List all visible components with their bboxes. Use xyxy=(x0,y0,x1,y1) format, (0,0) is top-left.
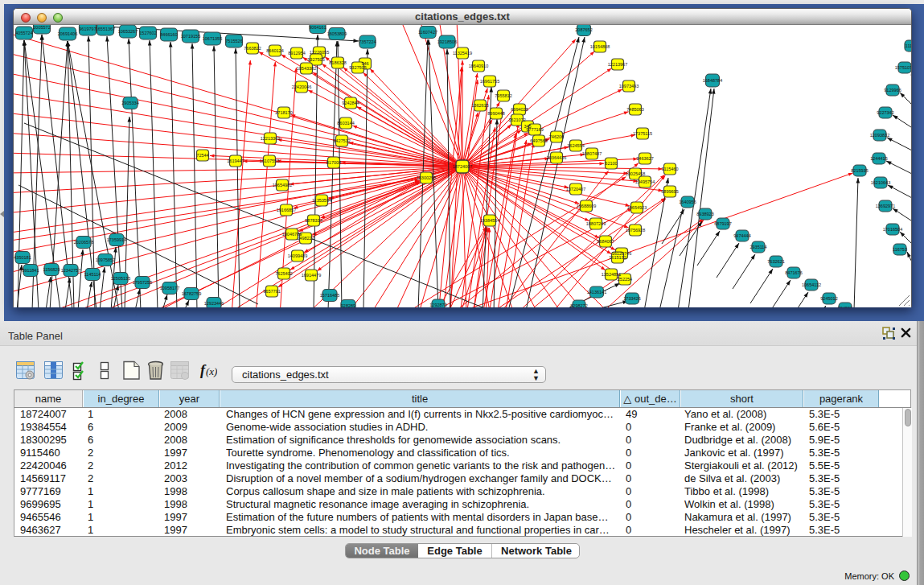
svg-text:62100: 62100 xyxy=(605,161,617,166)
svg-text:10653267: 10653267 xyxy=(118,29,138,34)
svg-text:3911841: 3911841 xyxy=(22,268,39,273)
svg-text:7625402: 7625402 xyxy=(275,271,292,276)
svg-text:18807249: 18807249 xyxy=(586,221,606,226)
svg-text:12226055: 12226055 xyxy=(310,50,329,55)
svg-text:9777169: 9777169 xyxy=(526,127,543,132)
svg-text:8298272: 8298272 xyxy=(570,303,587,307)
svg-text:15716485: 15716485 xyxy=(320,293,339,298)
svg-text:252254: 252254 xyxy=(618,277,632,282)
svg-text:19166857: 19166857 xyxy=(277,208,296,212)
svg-text:9463627: 9463627 xyxy=(636,156,653,161)
svg-text:12342757: 12342757 xyxy=(61,268,80,273)
svg-text:1640956: 1640956 xyxy=(679,200,696,204)
svg-text:17375115: 17375115 xyxy=(633,131,652,136)
svg-text:9474444: 9474444 xyxy=(733,233,750,238)
svg-text:8466160: 8466160 xyxy=(160,32,177,37)
svg-text:8912954: 8912954 xyxy=(288,51,305,56)
svg-text:1733426: 1733426 xyxy=(623,296,640,301)
svg-text:20691406: 20691406 xyxy=(58,31,77,36)
svg-text:9427512: 9427512 xyxy=(333,138,350,143)
svg-text:12093832: 12093832 xyxy=(870,133,889,138)
svg-text:928289: 928289 xyxy=(341,303,355,307)
svg-text:12213967: 12213967 xyxy=(608,62,627,67)
svg-text:13495754: 13495754 xyxy=(635,179,655,184)
svg-text:1619447: 1619447 xyxy=(227,159,244,163)
svg-text:7515526: 7515526 xyxy=(225,39,242,43)
svg-text:7632621: 7632621 xyxy=(767,259,784,264)
svg-text:10154808: 10154808 xyxy=(590,44,610,49)
svg-text:9327505: 9327505 xyxy=(349,65,366,70)
svg-text:10973493: 10973493 xyxy=(619,84,639,89)
svg-text:10807487: 10807487 xyxy=(582,151,602,156)
svg-text:817008: 817008 xyxy=(326,160,341,165)
svg-text:4055724: 4055724 xyxy=(15,31,32,35)
svg-text:16782759: 16782759 xyxy=(182,291,201,296)
svg-text:18724007: 18724007 xyxy=(453,164,472,169)
svg-text:2718170: 2718170 xyxy=(275,110,292,115)
svg-text:20206578: 20206578 xyxy=(74,240,93,245)
svg-text:11325419: 11325419 xyxy=(453,51,472,56)
svg-text:10719155: 10719155 xyxy=(181,34,200,39)
svg-text:6497568: 6497568 xyxy=(530,138,547,143)
svg-text:15751074: 15751074 xyxy=(895,65,911,70)
svg-text:10756928: 10756928 xyxy=(626,228,645,233)
svg-text:9245012: 9245012 xyxy=(820,296,837,301)
svg-text:1498222: 1498222 xyxy=(297,236,314,241)
svg-text:72544: 72544 xyxy=(196,153,208,158)
svg-text:1527602: 1527602 xyxy=(139,31,156,35)
svg-text:1156829: 1156829 xyxy=(43,267,60,272)
svg-text:5878334: 5878334 xyxy=(305,218,322,223)
svg-text:9064161: 9064161 xyxy=(309,25,326,30)
svg-text:10654112: 10654112 xyxy=(802,282,821,287)
svg-text:22420046: 22420046 xyxy=(292,84,311,89)
svg-text:19654982: 19654982 xyxy=(273,183,292,187)
svg-text:8471676: 8471676 xyxy=(785,270,802,275)
svg-text:8603144: 8603144 xyxy=(337,121,354,126)
svg-text:9242844: 9242844 xyxy=(342,101,359,105)
svg-text:10958177: 10958177 xyxy=(160,286,179,290)
svg-text:7663822: 7663822 xyxy=(244,46,261,51)
svg-text:(x): (x) xyxy=(206,365,217,377)
svg-text:18300295: 18300295 xyxy=(417,175,436,180)
svg-text:1362615: 1362615 xyxy=(471,103,488,108)
svg-text:8215935: 8215935 xyxy=(851,168,868,173)
svg-text:9129966: 9129966 xyxy=(884,88,901,93)
svg-text:7357224: 7357224 xyxy=(359,39,376,44)
svg-text:6994028: 6994028 xyxy=(511,107,528,112)
svg-text:10543382: 10543382 xyxy=(297,66,316,71)
svg-text:16848784: 16848784 xyxy=(703,78,722,83)
svg-text:9115460: 9115460 xyxy=(661,167,678,171)
svg-text:10671355: 10671355 xyxy=(203,36,222,41)
svg-text:9657791: 9657791 xyxy=(263,289,280,294)
svg-text:1621072: 1621072 xyxy=(508,117,525,122)
svg-text:10025458: 10025458 xyxy=(626,171,645,176)
svg-text:16210643: 16210643 xyxy=(871,180,890,185)
svg-text:8186328: 8186328 xyxy=(329,60,346,65)
svg-text:19218506: 19218506 xyxy=(437,39,457,44)
svg-text:12923446: 12923446 xyxy=(204,301,224,306)
svg-text:8660124: 8660124 xyxy=(266,48,283,53)
svg-text:14099489: 14099489 xyxy=(288,253,307,258)
svg-text:6899695: 6899695 xyxy=(661,189,678,194)
svg-text:1244415: 1244415 xyxy=(870,156,887,161)
svg-text:7955812: 7955812 xyxy=(495,93,511,98)
svg-text:8938923: 8938923 xyxy=(696,212,713,216)
svg-text:10688609: 10688609 xyxy=(577,204,596,208)
svg-text:11607427: 11607427 xyxy=(418,30,437,35)
svg-text:7485063: 7485063 xyxy=(626,107,643,112)
svg-text:16551367: 16551367 xyxy=(96,27,115,31)
svg-text:12505135: 12505135 xyxy=(111,276,130,281)
svg-text:16107553: 16107553 xyxy=(260,159,279,163)
svg-text:6879197: 6879197 xyxy=(714,221,731,226)
svg-text:16961755: 16961755 xyxy=(480,79,499,84)
svg-text:1292873: 1292873 xyxy=(429,303,446,307)
svg-text:2935114: 2935114 xyxy=(749,245,766,249)
svg-text:8990448: 8990448 xyxy=(487,111,504,116)
svg-text:16053809: 16053809 xyxy=(327,31,347,36)
svg-text:17016504: 17016504 xyxy=(883,227,902,232)
svg-text:2087652: 2087652 xyxy=(575,27,592,32)
svg-text:10975857: 10975857 xyxy=(96,257,115,262)
svg-text:9227342: 9227342 xyxy=(877,110,893,115)
svg-text:3624554: 3624554 xyxy=(567,143,584,148)
svg-text:16914479: 16914479 xyxy=(302,273,321,278)
